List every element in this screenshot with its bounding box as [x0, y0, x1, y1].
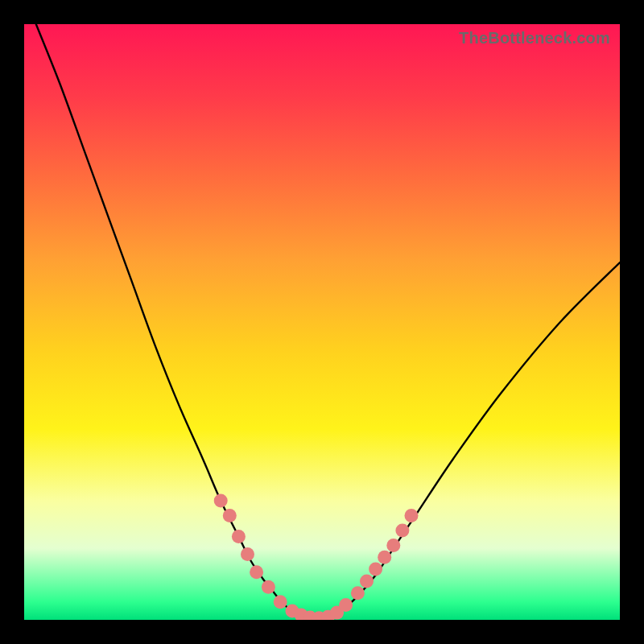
chart-svg [24, 24, 620, 620]
data-marker [378, 551, 391, 564]
data-marker [232, 530, 246, 543]
data-marker [214, 494, 228, 508]
data-marker [274, 595, 287, 609]
data-marker [386, 539, 400, 552]
data-marker [360, 574, 374, 588]
data-marker [223, 509, 237, 522]
bottleneck-curve [36, 24, 620, 618]
outer-frame: TheBottleneck.com [0, 0, 644, 644]
data-marker [262, 580, 275, 594]
data-marker [395, 524, 409, 538]
data-marker [369, 563, 382, 576]
plot-area: TheBottleneck.com [24, 24, 620, 620]
data-marker [339, 598, 353, 612]
data-marker [351, 586, 365, 600]
data-marker [241, 547, 254, 561]
data-marker [405, 509, 419, 522]
data-marker [250, 565, 263, 579]
